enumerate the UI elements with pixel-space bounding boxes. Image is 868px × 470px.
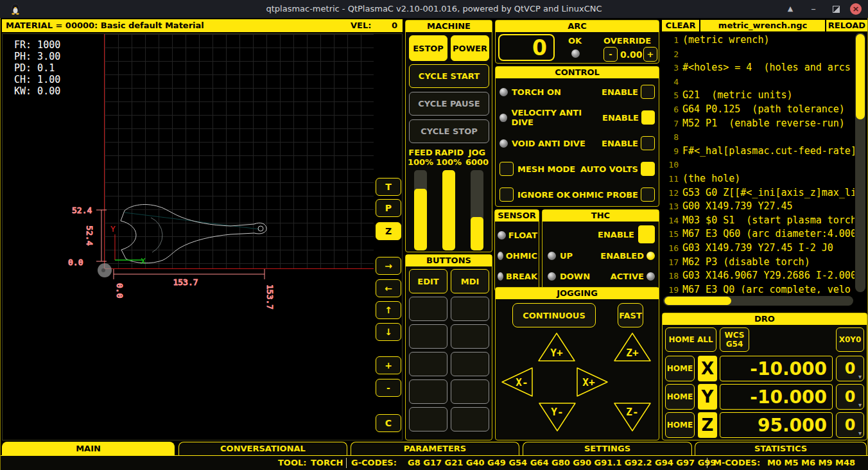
view-z-button[interactable]: Z <box>376 222 401 240</box>
gcode-vertical-scrollbar[interactable] <box>855 33 865 292</box>
jog-x-plus-button[interactable]: X+ <box>573 365 611 399</box>
void-anti-dive-label: VOID ANTI DIVE <box>512 139 586 148</box>
material-bar[interactable]: MATERIAL = 00000: Basic default Material… <box>2 19 403 32</box>
edit-button[interactable]: EDIT <box>409 269 447 293</box>
ignore-ok-checkbox[interactable] <box>499 187 514 202</box>
gcode-line-number: 2 <box>662 48 679 62</box>
jog-y-minus-button[interactable]: Y- <box>537 399 578 434</box>
user-button-empty[interactable] <box>451 297 489 321</box>
tab-conversational[interactable]: CONVERSATIONAL <box>178 442 347 455</box>
estop-button[interactable]: ESTOP <box>409 35 447 61</box>
x-axis-label: X <box>141 256 146 266</box>
tab-settings[interactable]: SETTINGS <box>523 442 692 455</box>
tab-statistics[interactable]: STATISTICS <box>695 442 867 455</box>
jog-speed-slider[interactable] <box>471 170 483 250</box>
x0y0-button[interactable]: X0Y0 <box>836 327 864 352</box>
power-button[interactable]: POWER <box>451 35 489 61</box>
thc-enable-checkbox[interactable] <box>638 225 655 243</box>
velocity-anti-dive-led <box>499 114 507 122</box>
user-button-empty[interactable] <box>409 379 447 404</box>
user-button-empty[interactable] <box>409 407 447 431</box>
override-plus-button[interactable]: + <box>643 47 657 62</box>
pan-up-button[interactable]: ↑ <box>376 301 401 319</box>
cycle-stop-button[interactable]: CYCLE STOP <box>409 119 489 143</box>
mdi-button[interactable]: MDI <box>451 269 489 293</box>
rapid-override-slider[interactable] <box>442 170 455 250</box>
gcode-reload-button[interactable]: RELOAD <box>826 20 867 31</box>
cycle-pause-button[interactable]: CYCLE PAUSE <box>409 92 489 116</box>
override-minus-button[interactable]: - <box>603 47 618 62</box>
view-top-button[interactable]: T <box>376 178 401 196</box>
minimize-button[interactable]: – <box>808 3 819 15</box>
wcs-g54-button[interactable]: WCSG54 <box>720 327 749 352</box>
tab-parameters[interactable]: PARAMETERS <box>351 442 519 455</box>
user-button-empty[interactable] <box>451 324 489 349</box>
ohmic-led <box>498 252 503 260</box>
torch-on-label: TORCH ON <box>512 87 561 97</box>
zoom-out-button[interactable]: - <box>376 379 401 397</box>
cycle-start-button[interactable]: CYCLE START <box>409 64 489 88</box>
jog-z-plus-button[interactable]: Z+ <box>612 330 653 365</box>
mesh-mode-checkbox[interactable] <box>499 162 514 176</box>
gcode-clear-button[interactable]: CLEAR <box>662 20 699 31</box>
gcode-line: 14M03 $0 S1 (start plasma torch <box>662 214 855 228</box>
gcode-line-number: 17 <box>662 256 679 270</box>
feed-override-slider[interactable] <box>414 170 427 250</box>
jog-fast-button[interactable]: FAST <box>618 303 643 327</box>
window-title: qtplasmac-metric - QtPlasmaC v2.10-001.0… <box>0 4 868 13</box>
thc-active-label: ACTIVE <box>611 272 644 281</box>
home-all-button[interactable]: HOME ALL <box>665 327 716 352</box>
user-button-empty[interactable] <box>409 297 447 321</box>
jog-z-minus-button[interactable]: Z- <box>612 399 653 434</box>
jog-x-minus-button[interactable]: X- <box>499 365 536 399</box>
user-button-empty[interactable] <box>409 324 447 349</box>
user-button-empty[interactable] <box>451 352 489 376</box>
pan-left-button[interactable]: ← <box>376 279 401 297</box>
clear-plot-button[interactable]: C <box>376 414 401 432</box>
home-z-button[interactable]: HOME <box>665 412 695 438</box>
user-button-empty[interactable] <box>451 379 489 404</box>
pan-down-button[interactable]: ↓ <box>376 323 401 341</box>
dim-zero-x-rotated: 0.0 <box>115 283 125 298</box>
gcode-line: 13G00 X149.739 Y27.45 <box>662 200 855 214</box>
velocity-anti-dive-checkbox[interactable] <box>641 110 655 125</box>
jog-y-plus-button[interactable]: Y+ <box>536 330 577 365</box>
gcode-line-number: 3 <box>662 61 679 75</box>
void-anti-dive-checkbox[interactable] <box>641 136 655 150</box>
torch-enable-checkbox[interactable] <box>641 85 655 99</box>
gcode-horizontal-scrollbar[interactable] <box>663 296 853 306</box>
mcodes-label: M-CODES: <box>713 456 760 470</box>
tool-label: TOOL: <box>278 456 306 470</box>
gcode-lines[interactable]: 1(metric wrench)23#<holes> = 4 (holes an… <box>662 31 855 293</box>
home-y-button[interactable]: HOME <box>665 384 695 410</box>
y-zero-button[interactable]: 0▾ <box>836 384 864 410</box>
shade-window-button[interactable]: ▲ <box>785 3 796 15</box>
gcode-line-number: 16 <box>662 241 679 256</box>
x-zero-button[interactable]: 0▾ <box>836 356 864 381</box>
chevron-down-icon: ▾ <box>858 430 862 437</box>
break-led <box>498 272 503 281</box>
close-button[interactable]: × <box>850 3 862 15</box>
ohmic-probe-checkbox[interactable] <box>641 187 655 202</box>
gcode-vertical-scrollbar-thumb[interactable] <box>856 34 865 119</box>
tab-main[interactable]: MAIN <box>2 442 175 455</box>
gcode-preview-panel[interactable]: FR: 1000 PH: 3.00 PD: 0.1 CH: 1.00 KW: 0… <box>2 33 403 440</box>
user-button-empty[interactable] <box>409 352 447 376</box>
jog-continuous-button[interactable]: CONTINUOUS <box>512 303 596 327</box>
gcodes-value: G8 G17 G21 G40 G49 G54 G64 G80 G90 G91.1… <box>408 456 716 470</box>
ohmic-probe-label: OHMIC PROBE <box>572 190 638 200</box>
maximize-button[interactable] <box>833 6 840 13</box>
gcode-filename[interactable]: metric_wrench.ngc <box>700 20 825 31</box>
velocity-label: VEL: <box>351 19 371 32</box>
view-perspective-button[interactable]: P <box>376 199 401 217</box>
zoom-in-button[interactable]: + <box>376 356 401 374</box>
gcode-line-number: 4 <box>662 75 679 89</box>
rapid-label: RAPID <box>435 148 463 157</box>
home-x-button[interactable]: HOME <box>665 356 695 381</box>
pan-right-button[interactable]: → <box>376 257 401 275</box>
user-button-empty[interactable] <box>451 407 489 431</box>
auto-volts-checkbox[interactable] <box>641 162 655 176</box>
float-label: FLOAT <box>508 231 537 240</box>
z-zero-button[interactable]: 0▾ <box>836 412 864 438</box>
gcode-horizontal-scrollbar-thumb[interactable] <box>664 297 731 305</box>
